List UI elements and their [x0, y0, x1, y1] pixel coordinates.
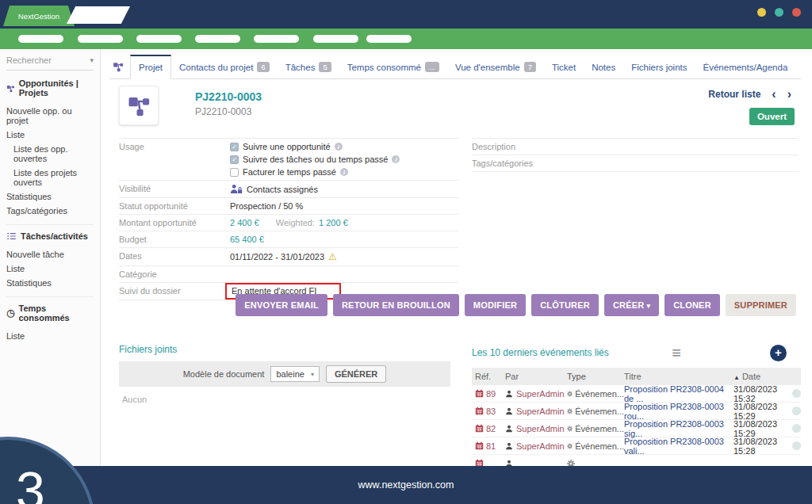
field-categorie: Catégorie: [119, 266, 458, 283]
tab-contacts[interactable]: Contacts du projet6: [171, 55, 278, 78]
window-dot-yellow-icon[interactable]: [757, 8, 766, 17]
cloner-button[interactable]: CLONER: [665, 294, 720, 316]
envoyer-email-button[interactable]: ENVOYER EMAIL: [236, 294, 327, 316]
user-icon: [505, 425, 513, 433]
events-title: Les 10 derniers événements liés: [472, 347, 662, 358]
event-ref-link[interactable]: 89: [486, 389, 496, 399]
table-row[interactable]: 81 SuperAdmin Événemen... Proposition PR…: [472, 437, 801, 455]
sidebar-item-statistiques[interactable]: Statistiques: [6, 189, 94, 204]
modifier-button[interactable]: MODIFIER: [465, 294, 526, 316]
checkbox-suivre-opportunite[interactable]: ✓: [230, 143, 239, 151]
tab-temps-consomme[interactable]: Temps consommé...: [339, 55, 447, 78]
user-icon: [505, 442, 513, 450]
field-statut: Statut opportunité Prospection / 50 %: [119, 198, 458, 215]
event-user-link[interactable]: SuperAdmin: [516, 441, 565, 451]
chevron-left-icon[interactable]: ‹: [772, 90, 776, 99]
checkbox-facturer-temps[interactable]: [230, 168, 239, 177]
sidebar-search[interactable]: ▾: [6, 55, 94, 71]
calendar-icon: [475, 389, 484, 398]
info-icon[interactable]: i: [392, 155, 400, 163]
event-status-dot: [792, 441, 801, 450]
generer-button[interactable]: GÉNÉRER: [326, 365, 386, 383]
info-icon[interactable]: i: [340, 168, 348, 176]
tab-projet[interactable]: Projet: [130, 55, 171, 79]
chevron-down-icon: ▾: [311, 371, 314, 378]
warning-icon: ⚠: [328, 251, 337, 262]
sidebar-item-liste-taches[interactable]: Liste: [6, 262, 94, 276]
sort-ascending-icon[interactable]: ▲: [733, 374, 740, 381]
sidebar-section-header: Opportunités | Projets: [6, 78, 94, 97]
cloturer-button[interactable]: CLÔTURER: [531, 294, 599, 316]
table-row[interactable]: 82 SuperAdmin Événemen... Proposition PR…: [472, 420, 801, 437]
event-title-link[interactable]: Proposition PR2308-0003 vali...: [624, 437, 724, 456]
sidebar-item-liste-projets-ouverts[interactable]: Liste des projets ouverts: [6, 166, 94, 189]
title-bar: NextGestion: [0, 0, 812, 29]
event-ref-link[interactable]: 83: [486, 407, 496, 416]
event-status-dot: [792, 389, 801, 398]
nav-pill[interactable]: [136, 35, 182, 43]
chevron-down-icon[interactable]: ▾: [90, 56, 94, 64]
retour-brouillon-button[interactable]: RETOUR EN BROUILLON: [333, 294, 459, 316]
footer-bar: www.nextgestion.com: [0, 466, 812, 504]
nav-pill[interactable]: [195, 35, 240, 43]
table-row[interactable]: 89 SuperAdmin Événemen... Proposition PR…: [472, 385, 801, 403]
tab-taches[interactable]: Tâches5: [278, 55, 339, 78]
sidebar-item-tags-categories[interactable]: Tags/catégories: [6, 204, 94, 218]
nav-pill[interactable]: [366, 35, 412, 43]
tab-evenements-agenda[interactable]: Événements/Agenda: [695, 56, 796, 78]
sidebar-item-liste-temps[interactable]: Liste: [6, 329, 94, 343]
creer-dropdown-button[interactable]: CRÉER▾: [604, 294, 659, 316]
nav-pill[interactable]: [18, 35, 63, 43]
nav-pill[interactable]: [254, 35, 299, 43]
checkbox-suivre-taches[interactable]: ✓: [230, 155, 239, 164]
event-title-link[interactable]: Proposition PR2308-0003 sig...: [624, 419, 724, 438]
event-status-dot: [792, 407, 801, 415]
table-row[interactable]: 83 SuperAdmin Événemen... Proposition PR…: [472, 403, 801, 420]
info-icon[interactable]: i: [335, 143, 343, 151]
app-window: NextGestion ▾ Opportunités | Projets N: [0, 0, 812, 504]
tab-fichiers-joints[interactable]: Fichiers joints: [623, 56, 695, 78]
gear-icon: [567, 390, 573, 398]
add-event-button[interactable]: +: [770, 345, 787, 361]
nav-pill[interactable]: [313, 35, 358, 43]
brand-logo[interactable]: NextGestion: [3, 6, 75, 26]
sidebar-item-nouvelle-tache[interactable]: Nouvelle tâche: [6, 247, 94, 262]
attachments-title: Fichiers joints: [119, 344, 177, 355]
sidebar-item-liste-opp-ouvertes[interactable]: Liste des opp. ouvertes: [6, 142, 94, 166]
hamburger-menu-icon[interactable]: ≡: [662, 343, 691, 362]
event-user-link[interactable]: SuperAdmin: [516, 424, 565, 433]
events-panel: Les 10 derniers événements liés ≡ + Réf.…: [472, 338, 801, 472]
event-title-link[interactable]: Proposition PR2308-0003 rou...: [624, 402, 724, 421]
nav-pill[interactable]: [78, 35, 123, 43]
sidebar-item-statistiques-taches[interactable]: Statistiques: [6, 276, 94, 290]
status-badge[interactable]: Ouvert: [749, 108, 795, 125]
tab-count-badge: ...: [425, 62, 439, 72]
search-input[interactable]: [6, 55, 79, 65]
event-user-link[interactable]: SuperAdmin: [516, 407, 565, 416]
sidebar-item-nouvelle-opp[interactable]: Nouvelle opp. ou projet: [6, 104, 94, 128]
document-model-select[interactable]: baleine ▾: [270, 366, 320, 382]
tab-ticket[interactable]: Ticket: [544, 56, 584, 78]
window-dot-red-icon[interactable]: [792, 8, 801, 17]
field-description: Description: [472, 139, 799, 155]
chevron-right-icon[interactable]: ›: [787, 90, 791, 99]
footer-url[interactable]: www.nextgestion.com: [358, 479, 454, 491]
field-tags: Tags/catégories: [472, 155, 799, 172]
event-ref-link[interactable]: 82: [486, 424, 496, 433]
event-user-link[interactable]: SuperAdmin: [516, 389, 565, 399]
tab-count-badge: 5: [319, 62, 331, 72]
montant-value: 2 400 €: [230, 218, 259, 227]
event-title-link[interactable]: Proposition PR2308-0004 de ...: [624, 384, 724, 403]
window-dot-teal-icon[interactable]: [775, 8, 783, 17]
tab-count-badge: 6: [257, 62, 269, 72]
field-table-right: Description Tags/catégories: [472, 138, 799, 172]
gear-icon: [567, 407, 573, 415]
tab-notes[interactable]: Notes: [584, 56, 623, 78]
tab-vue-ensemble[interactable]: Vue d'ensemble7: [447, 55, 544, 78]
action-button-row: ENVOYER EMAIL RETOUR EN BROUILLON MODIFI…: [236, 294, 796, 316]
sidebar-item-liste[interactable]: Liste: [6, 128, 94, 142]
page-title: PJ2210-0003: [195, 90, 262, 103]
event-ref-link[interactable]: 81: [486, 441, 496, 451]
supprimer-button[interactable]: SUPPRIMER: [726, 294, 796, 316]
back-to-list-link[interactable]: Retour liste: [708, 89, 760, 100]
